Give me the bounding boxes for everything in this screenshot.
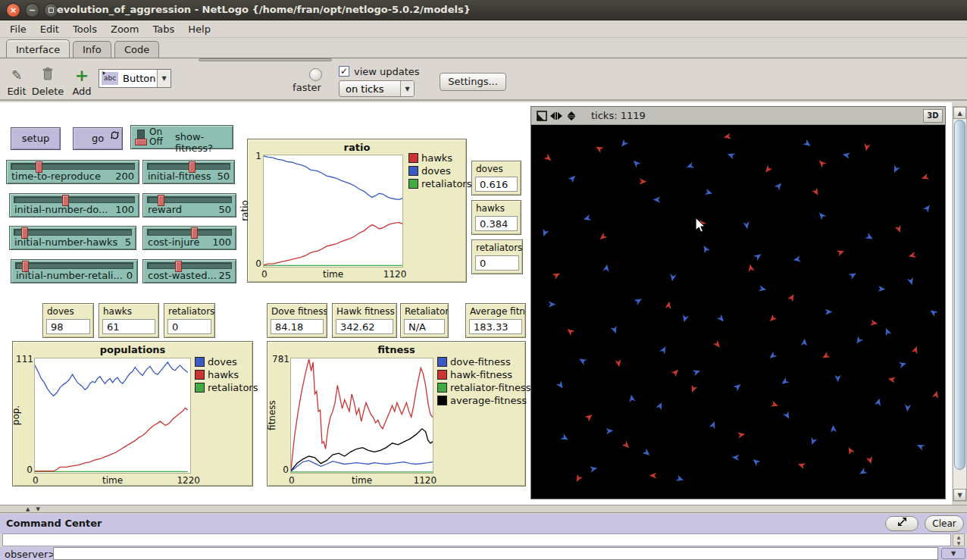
slider-track[interactable] bbox=[11, 163, 135, 170]
speed-slider-label: faster bbox=[284, 82, 330, 93]
slider-reward[interactable]: reward50 bbox=[142, 193, 236, 217]
tab-interface[interactable]: Interface bbox=[6, 39, 70, 58]
command-center-output[interactable] bbox=[2, 533, 951, 546]
slider-track[interactable] bbox=[15, 262, 133, 269]
view-updates-checkbox[interactable]: ✓ bbox=[339, 66, 349, 77]
trash-icon bbox=[30, 67, 65, 86]
hawk-agent bbox=[865, 456, 875, 466]
slider-initial-fitness[interactable]: initial-fitness50 bbox=[142, 160, 235, 184]
slider-cost-injure[interactable]: cost-injure100 bbox=[142, 226, 236, 250]
slider-track[interactable] bbox=[14, 229, 132, 236]
update-mode-value: on ticks bbox=[340, 83, 400, 95]
hawk-agent bbox=[815, 157, 828, 169]
menu-item-help[interactable]: Help bbox=[181, 22, 217, 36]
menu-item-edit[interactable]: Edit bbox=[33, 22, 66, 36]
scroll-down-icon[interactable]: ▼ bbox=[953, 489, 966, 501]
speed-slider-track[interactable] bbox=[199, 58, 332, 61]
command-center-expand-button[interactable] bbox=[885, 516, 918, 531]
slider-track[interactable] bbox=[14, 196, 135, 203]
scroll-up-icon[interactable]: ▲ bbox=[953, 107, 966, 119]
dove-agent bbox=[630, 157, 642, 169]
output-scroll-stub[interactable]: ▲▼ bbox=[953, 533, 965, 546]
command-input[interactable] bbox=[53, 547, 938, 560]
threed-button[interactable]: 3D bbox=[923, 109, 943, 123]
hawk-agent bbox=[762, 164, 773, 176]
world-canvas[interactable] bbox=[532, 125, 944, 498]
legend-label: doves bbox=[421, 165, 451, 177]
plus-icon: + bbox=[70, 67, 94, 86]
command-center-splitter[interactable]: ▲ ▼ bbox=[0, 505, 967, 513]
world-resize-icons[interactable] bbox=[537, 111, 577, 121]
vertical-scrollbar[interactable]: ▲ ▼ bbox=[953, 106, 967, 502]
menu-item-tabs[interactable]: Tabs bbox=[146, 22, 181, 36]
plot-fitness: fitness781001120timefitnessdove-fitnessh… bbox=[267, 341, 526, 486]
legend-swatch bbox=[437, 383, 447, 393]
dove-agent bbox=[576, 355, 587, 366]
menu-item-zoom[interactable]: Zoom bbox=[104, 22, 146, 36]
legend-item-hawk-fitness: hawk-fitness bbox=[437, 369, 512, 380]
slider-time-to-reproduce[interactable]: time-to-reproduce200 bbox=[6, 160, 139, 184]
speed-slider-handle[interactable] bbox=[309, 68, 322, 81]
legend-swatch bbox=[437, 357, 447, 367]
setup-button[interactable]: setup bbox=[11, 127, 61, 150]
slider-track[interactable] bbox=[147, 196, 232, 203]
world-view-header: ticks: 1119 3D bbox=[531, 107, 945, 125]
switch-on-label: On bbox=[149, 127, 162, 137]
splitter-collapse-icons[interactable]: ▲ ▼ bbox=[26, 506, 42, 512]
legend-label: average-fitness bbox=[450, 395, 527, 406]
dove-agent bbox=[617, 138, 628, 149]
slider-initial-number-retali-[interactable]: initial-number-retali...0 bbox=[11, 259, 138, 283]
forever-icon bbox=[111, 126, 119, 147]
tab-code[interactable]: Code bbox=[114, 41, 159, 58]
prompt-context-dropdown[interactable]: ▼ bbox=[941, 548, 965, 559]
close-button[interactable]: × bbox=[6, 3, 20, 17]
delete-tool-button[interactable]: Delete bbox=[30, 67, 65, 97]
dove-agent bbox=[742, 221, 752, 231]
edit-tool-button[interactable]: ✎ Edit bbox=[5, 67, 29, 97]
minimize-button[interactable]: − bbox=[25, 3, 39, 17]
series-dove-fitness bbox=[291, 461, 433, 471]
show-fitness-switch[interactable]: On Off show-fitness? bbox=[130, 125, 233, 149]
world-view[interactable]: ticks: 1119 3D bbox=[530, 106, 946, 499]
ytick-max: 111 bbox=[16, 354, 33, 364]
dove-agent bbox=[642, 448, 653, 459]
slider-track[interactable] bbox=[147, 163, 230, 170]
dove-agent bbox=[684, 161, 694, 172]
chevron-down-icon: ▼ bbox=[400, 81, 414, 96]
monitor-value: 0.384 bbox=[475, 216, 518, 231]
dove-agent bbox=[730, 452, 739, 461]
update-mode-dropdown[interactable]: on ticks ▼ bbox=[339, 80, 415, 97]
hawk-agent bbox=[648, 471, 656, 480]
monitor-doves: doves98 bbox=[42, 303, 94, 338]
tab-info[interactable]: Info bbox=[73, 41, 111, 58]
slider-initial-number-hawks[interactable]: initial-number-hawks5 bbox=[9, 226, 136, 250]
switch-handle[interactable] bbox=[135, 139, 147, 145]
settings-button[interactable]: Settings... bbox=[440, 73, 506, 91]
scrollbar-thumb[interactable] bbox=[954, 120, 965, 470]
dove-agent bbox=[668, 274, 678, 283]
slider-track[interactable] bbox=[147, 262, 232, 269]
menu-item-tools[interactable]: Tools bbox=[66, 22, 104, 36]
slider-track[interactable] bbox=[147, 229, 232, 236]
hawk-agent bbox=[795, 459, 806, 470]
dove-agent bbox=[680, 314, 690, 324]
legend-item-doves: doves bbox=[408, 165, 451, 177]
dove-agent bbox=[705, 187, 715, 197]
series-doves bbox=[35, 362, 188, 396]
go-button[interactable]: go bbox=[73, 127, 123, 150]
widget-type-dropdown[interactable]: abc Button ▼ bbox=[99, 69, 171, 88]
hawk-agent bbox=[614, 359, 624, 369]
monitor-hawk-fitness: Hawk fitness342.62 bbox=[332, 303, 397, 338]
add-tool-button[interactable]: + Add bbox=[70, 67, 94, 97]
slider-initial-number-do-[interactable]: initial-number-do...100 bbox=[9, 193, 139, 217]
dove-agent bbox=[716, 314, 728, 325]
dove-agent bbox=[549, 300, 557, 308]
monitor-label: retaliators bbox=[164, 304, 214, 317]
menu-item-file[interactable]: File bbox=[3, 22, 33, 36]
legend-label: hawk-fitness bbox=[450, 369, 512, 380]
slider-cost-wasted-[interactable]: cost-wasted...25 bbox=[142, 259, 236, 283]
monitor-value: 0.616 bbox=[475, 177, 518, 192]
monitor-retaliators: retaliators0 bbox=[471, 239, 523, 274]
clear-button[interactable]: Clear bbox=[925, 515, 964, 532]
legend-swatch bbox=[195, 370, 205, 380]
